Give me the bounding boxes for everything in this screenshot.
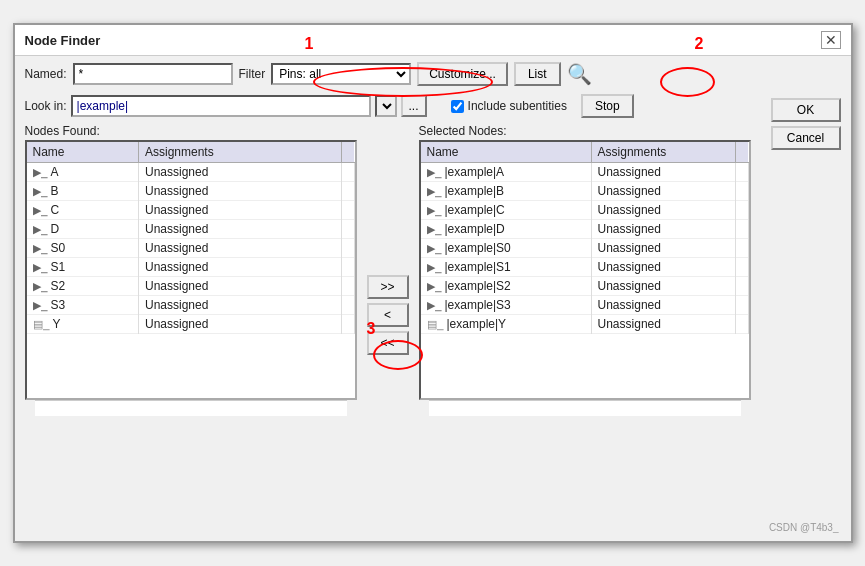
stop-button[interactable]: Stop — [581, 94, 634, 118]
selected-nodes-status-bar — [429, 400, 741, 416]
table-row[interactable]: ▶⎯|example|S2 Unassigned — [421, 277, 749, 296]
node-assignments-cell: Unassigned — [138, 239, 341, 258]
selected-node-assignments-cell: Unassigned — [591, 163, 735, 182]
selected-node-assignments-cell: Unassigned — [591, 220, 735, 239]
node-assignments-cell: Unassigned — [138, 315, 341, 334]
node-name-cell: ▶⎯S3 — [27, 296, 139, 315]
nodes-found-col-extra — [341, 142, 354, 163]
remove-all-button[interactable]: << — [367, 331, 409, 355]
table-row[interactable]: ▤⎯Y Unassigned — [27, 315, 355, 334]
include-subentities-checkbox[interactable] — [451, 100, 464, 113]
list-button[interactable]: List — [514, 62, 561, 86]
node-name-cell: ▶⎯A — [27, 163, 139, 182]
selected-node-assignments-cell: Unassigned — [591, 201, 735, 220]
node-name-cell: ▶⎯D — [27, 220, 139, 239]
nodes-found-col-assignments: Assignments — [138, 142, 341, 163]
selected-node-assignments-cell: Unassigned — [591, 182, 735, 201]
right-buttons: OK Cancel — [761, 56, 851, 432]
table-row[interactable]: ▶⎯D Unassigned — [27, 220, 355, 239]
table-row[interactable]: ▶⎯|example|C Unassigned — [421, 201, 749, 220]
selected-node-name-cell: ▶⎯|example|S2 — [421, 277, 592, 296]
node-assignments-cell: Unassigned — [138, 258, 341, 277]
table-row[interactable]: ▶⎯|example|S3 Unassigned — [421, 296, 749, 315]
filter-select[interactable]: Pins: all Pins: input Pins: output All — [271, 63, 411, 85]
table-row[interactable]: ▶⎯|example|D Unassigned — [421, 220, 749, 239]
customize-button[interactable]: Customize... — [417, 62, 508, 86]
remove-button[interactable]: < — [367, 303, 409, 327]
nodes-found-col-name: Name — [27, 142, 139, 163]
table-row[interactable]: ▶⎯|example|S0 Unassigned — [421, 239, 749, 258]
include-subentities-row: Include subentities — [451, 99, 567, 113]
named-label: Named: — [25, 67, 67, 81]
node-assignments-cell: Unassigned — [138, 296, 341, 315]
look-in-dropdown[interactable] — [375, 95, 397, 117]
look-in-input[interactable] — [71, 95, 371, 117]
close-button[interactable]: ✕ — [821, 31, 841, 49]
panels-row: Nodes Found: Name Assignments — [15, 124, 761, 432]
table-row[interactable]: ▶⎯|example|S1 Unassigned — [421, 258, 749, 277]
selected-node-name-cell: ▶⎯|example|B — [421, 182, 592, 201]
selected-node-name-cell: ▶⎯|example|S1 — [421, 258, 592, 277]
magnifier-icon: 🔍 — [567, 62, 592, 86]
selected-node-assignments-cell: Unassigned — [591, 315, 735, 334]
table-row[interactable]: ▶⎯|example|B Unassigned — [421, 182, 749, 201]
selected-nodes-table-container[interactable]: Name Assignments ▶⎯|example|A Unassigned… — [419, 140, 751, 400]
toolbar-row-1: Named: Filter Pins: all Pins: input Pins… — [15, 56, 761, 92]
node-assignments-cell: Unassigned — [138, 182, 341, 201]
ok-button[interactable]: OK — [771, 98, 841, 122]
node-name-cell: ▶⎯S2 — [27, 277, 139, 296]
transfer-buttons: >> < << — [361, 124, 415, 422]
nodes-found-panel: Nodes Found: Name Assignments — [25, 124, 357, 422]
node-name-cell: ▶⎯B — [27, 182, 139, 201]
node-assignments-cell: Unassigned — [138, 277, 341, 296]
cancel-button[interactable]: Cancel — [771, 126, 841, 150]
table-row[interactable]: ▤⎯|example|Y Unassigned — [421, 315, 749, 334]
nodes-found-status-bar — [35, 400, 347, 416]
node-finder-dialog: Node Finder ✕ Named: Filter Pins: all Pi… — [13, 23, 853, 543]
table-row[interactable]: ▶⎯B Unassigned — [27, 182, 355, 201]
table-row[interactable]: ▶⎯|example|A Unassigned — [421, 163, 749, 182]
node-assignments-cell: Unassigned — [138, 163, 341, 182]
selected-node-name-cell: ▶⎯|example|C — [421, 201, 592, 220]
selected-node-assignments-cell: Unassigned — [591, 296, 735, 315]
title-bar: Node Finder ✕ — [15, 25, 851, 56]
nodes-found-table-container[interactable]: Name Assignments ▶⎯A Unassigned ▶⎯B Unas… — [25, 140, 357, 400]
table-row[interactable]: ▶⎯S2 Unassigned — [27, 277, 355, 296]
selected-nodes-table: Name Assignments ▶⎯|example|A Unassigned… — [421, 142, 749, 334]
selected-node-name-cell: ▶⎯|example|S0 — [421, 239, 592, 258]
selected-nodes-label: Selected Nodes: — [419, 124, 751, 138]
node-name-cell: ▶⎯C — [27, 201, 139, 220]
include-subentities-label: Include subentities — [468, 99, 567, 113]
lookin-row: Look in: ... Include subentities Stop — [15, 92, 761, 124]
selected-nodes-panel: Selected Nodes: Name Assignments — [419, 124, 751, 422]
selected-nodes-col-assignments: Assignments — [591, 142, 735, 163]
selected-node-name-cell: ▶⎯|example|D — [421, 220, 592, 239]
table-row[interactable]: ▶⎯A Unassigned — [27, 163, 355, 182]
table-row[interactable]: ▶⎯S1 Unassigned — [27, 258, 355, 277]
node-name-cell: ▶⎯S1 — [27, 258, 139, 277]
selected-node-name-cell: ▶⎯|example|S3 — [421, 296, 592, 315]
look-in-label: Look in: — [25, 99, 67, 113]
node-assignments-cell: Unassigned — [138, 201, 341, 220]
selected-node-name-cell: ▶⎯|example|A — [421, 163, 592, 182]
table-row[interactable]: ▶⎯C Unassigned — [27, 201, 355, 220]
selected-nodes-col-extra — [735, 142, 748, 163]
node-name-cell: ▤⎯Y — [27, 315, 139, 334]
selected-nodes-col-name: Name — [421, 142, 592, 163]
dialog-title: Node Finder — [25, 33, 101, 48]
add-all-button[interactable]: >> — [367, 275, 409, 299]
browse-button[interactable]: ... — [401, 95, 427, 117]
nodes-found-label: Nodes Found: — [25, 124, 357, 138]
selected-node-assignments-cell: Unassigned — [591, 258, 735, 277]
selected-node-name-cell: ▤⎯|example|Y — [421, 315, 592, 334]
filter-label: Filter — [239, 67, 266, 81]
named-input[interactable] — [73, 63, 233, 85]
selected-node-assignments-cell: Unassigned — [591, 277, 735, 296]
table-row[interactable]: ▶⎯S3 Unassigned — [27, 296, 355, 315]
node-assignments-cell: Unassigned — [138, 220, 341, 239]
table-row[interactable]: ▶⎯S0 Unassigned — [27, 239, 355, 258]
selected-node-assignments-cell: Unassigned — [591, 239, 735, 258]
nodes-found-table: Name Assignments ▶⎯A Unassigned ▶⎯B Unas… — [27, 142, 355, 334]
node-name-cell: ▶⎯S0 — [27, 239, 139, 258]
watermark: CSDN @T4b3_ — [769, 522, 839, 533]
